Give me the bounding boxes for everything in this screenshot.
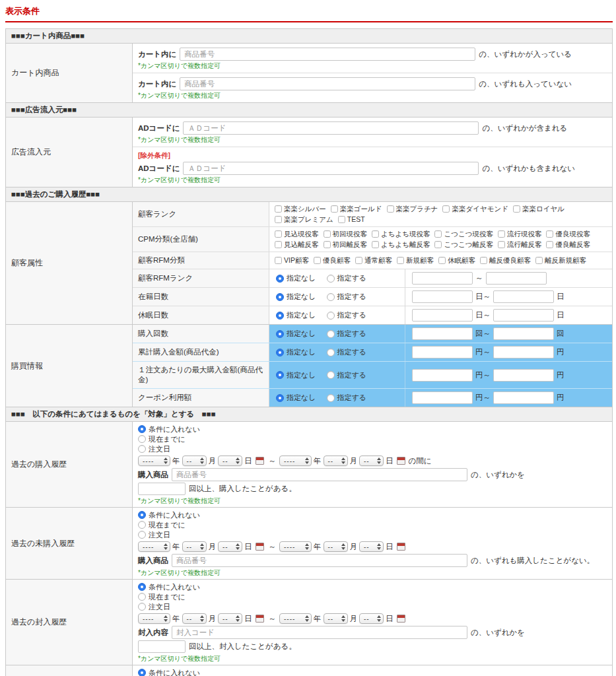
date-mon-select[interactable]: -- bbox=[182, 613, 207, 624]
range-from-input[interactable] bbox=[412, 369, 473, 382]
checkbox-icon[interactable] bbox=[498, 230, 505, 238]
checkbox-icon[interactable] bbox=[355, 257, 362, 264]
checkbox-option[interactable]: 優良顧客 bbox=[314, 256, 351, 265]
range-from-input[interactable] bbox=[412, 327, 473, 340]
checkbox-option[interactable]: 流行現役客 bbox=[498, 230, 542, 238]
checkbox-option[interactable]: 楽楽プラチナ bbox=[387, 205, 438, 213]
radio-option-none[interactable]: 指定なし bbox=[276, 370, 316, 380]
checkbox-option[interactable]: 初回離反客 bbox=[324, 240, 368, 249]
checkbox-icon[interactable] bbox=[275, 257, 282, 264]
date-day-select[interactable]: -- bbox=[359, 541, 384, 552]
checkbox-option[interactable]: 初回現役客 bbox=[324, 230, 368, 238]
checkbox-option[interactable]: こつこつ現役客 bbox=[434, 230, 493, 238]
checkbox-option[interactable]: 休眠顧客 bbox=[438, 256, 475, 265]
range-from-input[interactable] bbox=[412, 272, 473, 285]
date-year-select[interactable]: ---- bbox=[138, 613, 170, 624]
radio-icon[interactable] bbox=[138, 593, 146, 601]
range-to-input[interactable] bbox=[493, 391, 554, 404]
checkbox-option[interactable]: 新規顧客 bbox=[397, 256, 434, 265]
radio-icon[interactable] bbox=[327, 394, 335, 402]
range-to-input[interactable] bbox=[493, 290, 554, 303]
checkbox-icon[interactable] bbox=[324, 230, 331, 238]
ad-include-input[interactable] bbox=[183, 121, 479, 135]
radio-option-none[interactable]: 指定なし bbox=[276, 393, 316, 403]
checkbox-icon[interactable] bbox=[372, 230, 379, 238]
checkbox-icon[interactable] bbox=[546, 241, 553, 248]
checkbox-icon[interactable] bbox=[513, 205, 520, 213]
radio-icon[interactable] bbox=[276, 312, 284, 320]
checkbox-option[interactable]: 離反優良顧客 bbox=[480, 256, 531, 265]
radio-option-0[interactable]: 条件に入れない bbox=[138, 668, 607, 676]
checkbox-option[interactable]: 離反新規顧客 bbox=[535, 256, 586, 265]
radio-icon[interactable] bbox=[138, 435, 146, 443]
date-mon-select[interactable]: -- bbox=[324, 541, 348, 552]
date-day-select[interactable]: -- bbox=[218, 541, 242, 552]
checkbox-icon[interactable] bbox=[535, 257, 543, 264]
checkbox-icon[interactable] bbox=[387, 205, 394, 213]
radio-icon[interactable] bbox=[276, 275, 284, 283]
radio-icon[interactable] bbox=[276, 394, 284, 402]
count-input[interactable] bbox=[138, 640, 186, 653]
radio-option-2[interactable]: 注文日 bbox=[138, 602, 607, 611]
checkbox-option[interactable]: 楽楽ロイヤル bbox=[513, 205, 565, 213]
radio-option-specify[interactable]: 指定する bbox=[327, 292, 367, 302]
checkbox-icon[interactable] bbox=[438, 257, 446, 264]
calendar-icon[interactable] bbox=[397, 543, 405, 551]
date-mon-select[interactable]: -- bbox=[324, 456, 348, 466]
radio-icon[interactable] bbox=[327, 275, 335, 283]
date-year-select[interactable]: ---- bbox=[138, 541, 170, 552]
checkbox-option[interactable]: よちよち現役客 bbox=[372, 230, 430, 238]
checkbox-option[interactable]: 見込現役客 bbox=[275, 230, 319, 238]
radio-option-none[interactable]: 指定なし bbox=[276, 310, 316, 320]
radio-icon[interactable] bbox=[327, 371, 335, 379]
calendar-icon[interactable] bbox=[397, 615, 405, 623]
range-from-input[interactable] bbox=[412, 290, 473, 303]
calendar-icon[interactable] bbox=[256, 543, 264, 551]
date-day-select[interactable]: -- bbox=[218, 613, 242, 624]
radio-icon[interactable] bbox=[138, 425, 146, 433]
range-to-input[interactable] bbox=[493, 309, 554, 321]
radio-option-specify[interactable]: 指定する bbox=[327, 347, 367, 357]
radio-icon[interactable] bbox=[138, 603, 146, 611]
radio-icon[interactable] bbox=[327, 312, 335, 320]
cart-exclude-input[interactable] bbox=[180, 77, 475, 90]
radio-icon[interactable] bbox=[276, 349, 284, 356]
date-mon-select[interactable]: -- bbox=[182, 541, 207, 552]
checkbox-icon[interactable] bbox=[372, 241, 379, 248]
radio-option-specify[interactable]: 指定する bbox=[327, 370, 367, 380]
radio-option-1[interactable]: 現在までに bbox=[138, 434, 607, 444]
purchase-item-input[interactable] bbox=[172, 554, 467, 567]
radio-icon[interactable] bbox=[138, 445, 146, 453]
checkbox-option[interactable]: 見込離反客 bbox=[275, 240, 319, 249]
purchase-item-input[interactable] bbox=[172, 468, 467, 481]
radio-option-0[interactable]: 条件に入れない bbox=[138, 582, 607, 592]
radio-option-none[interactable]: 指定なし bbox=[276, 329, 316, 339]
radio-option-none[interactable]: 指定なし bbox=[276, 347, 316, 357]
date-day-select[interactable]: -- bbox=[218, 456, 242, 466]
checkbox-icon[interactable] bbox=[324, 241, 331, 248]
count-input[interactable] bbox=[138, 483, 186, 495]
checkbox-icon[interactable] bbox=[275, 205, 282, 213]
checkbox-icon[interactable] bbox=[275, 230, 282, 238]
range-to-input[interactable] bbox=[493, 369, 554, 382]
checkbox-icon[interactable] bbox=[442, 205, 450, 213]
checkbox-icon[interactable] bbox=[434, 241, 442, 248]
checkbox-icon[interactable] bbox=[546, 230, 553, 238]
enclosure-item-input[interactable] bbox=[172, 626, 467, 639]
range-from-input[interactable] bbox=[412, 391, 473, 404]
date-mon-select[interactable]: -- bbox=[324, 613, 348, 624]
radio-option-1[interactable]: 現在までに bbox=[138, 592, 607, 601]
range-to-input[interactable] bbox=[486, 272, 547, 285]
range-to-input[interactable] bbox=[493, 346, 554, 358]
checkbox-option[interactable]: VIP顧客 bbox=[275, 256, 309, 265]
radio-option-specify[interactable]: 指定する bbox=[327, 329, 367, 339]
checkbox-option[interactable]: 優良離反客 bbox=[546, 240, 590, 249]
radio-option-none[interactable]: 指定なし bbox=[276, 273, 316, 283]
radio-option-none[interactable]: 指定なし bbox=[276, 292, 316, 302]
date-year-select[interactable]: ---- bbox=[279, 456, 312, 466]
range-from-input[interactable] bbox=[412, 346, 473, 358]
radio-option-2[interactable]: 注文日 bbox=[138, 444, 607, 454]
radio-icon[interactable] bbox=[276, 371, 284, 379]
checkbox-option[interactable]: 楽楽ダイヤモンド bbox=[442, 205, 508, 213]
checkbox-icon[interactable] bbox=[275, 216, 282, 223]
